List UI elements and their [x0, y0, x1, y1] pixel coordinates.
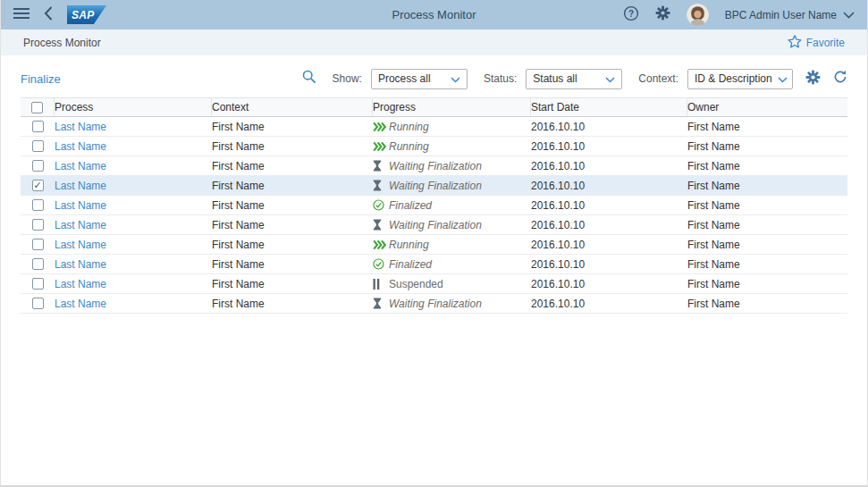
start-date-cell: 2016.10.10	[531, 294, 687, 313]
table-row[interactable]: Last Name First Name Running 2016.10.10 …	[21, 117, 847, 137]
progress-cell: Running	[373, 235, 531, 254]
favorite-label: Favorite	[806, 37, 845, 49]
row-checkbox[interactable]	[32, 199, 44, 211]
row-checkbox[interactable]	[32, 140, 44, 152]
page-title: Process Monitor	[392, 8, 476, 21]
table-settings-button[interactable]	[805, 70, 821, 88]
column-header-owner[interactable]: Owner	[687, 98, 847, 116]
process-link[interactable]: Last Name	[55, 219, 106, 231]
suspended-icon	[373, 279, 389, 290]
progress-cell: Waiting Finalization	[373, 215, 531, 234]
progress-cell: Finalized	[373, 196, 531, 214]
progress-cell: Finalized	[373, 255, 531, 273]
show-select[interactable]: Process all	[371, 69, 468, 89]
owner-cell: First Name	[687, 156, 847, 175]
context-cell: First Name	[212, 294, 373, 313]
start-date-cell: 2016.10.10	[531, 235, 687, 254]
breadcrumb: Process Monitor	[23, 37, 101, 49]
row-checkbox[interactable]	[32, 258, 44, 270]
menu-button[interactable]	[13, 7, 29, 23]
favorite-button[interactable]: Favorite	[788, 35, 845, 51]
context-cell: First Name	[212, 137, 373, 155]
row-checkbox[interactable]	[32, 160, 44, 172]
context-cell: First Name	[212, 176, 373, 195]
table-row[interactable]: Last Name First Name Running 2016.10.10 …	[21, 137, 847, 156]
status-select[interactable]: Status all	[526, 69, 622, 89]
table-row[interactable]: Last Name First Name Waiting Finalizatio…	[21, 156, 847, 176]
select-all-checkbox[interactable]	[31, 102, 43, 113]
status-label: Status:	[484, 72, 517, 85]
table-row[interactable]: Last Name First Name Running 2016.10.10 …	[21, 235, 847, 255]
search-button[interactable]	[302, 70, 316, 88]
process-link[interactable]: Last Name	[55, 258, 106, 271]
waiting-icon	[373, 180, 389, 191]
column-header-process[interactable]: Process	[55, 98, 212, 116]
row-checkbox[interactable]	[32, 239, 44, 250]
finalize-button[interactable]: Finalize	[21, 72, 61, 86]
process-link[interactable]: Last Name	[55, 239, 106, 251]
start-date-cell: 2016.10.10	[531, 137, 687, 155]
toolbar-filters: Show: Process all Status: Status all Con…	[299, 69, 847, 89]
table-row[interactable]: Last Name First Name Waiting Finalizatio…	[21, 215, 847, 235]
owner-cell: First Name	[687, 255, 847, 273]
row-checkbox[interactable]	[32, 278, 44, 290]
row-checkbox[interactable]	[32, 121, 44, 132]
start-date-cell: 2016.10.10	[531, 117, 687, 136]
running-icon	[373, 141, 389, 152]
process-link[interactable]: Last Name	[55, 278, 106, 290]
chevron-down-icon	[605, 71, 615, 87]
chevron-down-icon	[778, 71, 788, 87]
table-header-row: Process Context Progress Start Date Owne…	[21, 97, 847, 117]
column-header-progress[interactable]: Progress	[373, 98, 531, 116]
progress-cell: Waiting Finalization	[373, 156, 531, 175]
show-label: Show:	[333, 72, 362, 85]
owner-cell: First Name	[687, 196, 847, 214]
table-toolbar: Finalize Show: Process all Status: Statu…	[1, 68, 867, 89]
refresh-icon	[833, 70, 847, 88]
progress-cell: Running	[373, 117, 531, 136]
sap-logo[interactable]: SAP	[67, 5, 106, 24]
page-subheader: Process Monitor Favorite	[1, 29, 867, 55]
row-checkbox[interactable]	[32, 298, 44, 309]
finalized-icon	[373, 258, 389, 270]
context-cell: First Name	[212, 196, 373, 214]
table-body: Last Name First Name Running 2016.10.10 …	[21, 117, 847, 314]
process-link[interactable]: Last Name	[55, 140, 106, 153]
process-link[interactable]: Last Name	[55, 298, 106, 310]
row-checkbox[interactable]: ✓	[32, 180, 44, 191]
shell-header: SAP Process Monitor ? BPC Admin User Nam…	[1, 0, 867, 29]
process-link[interactable]: Last Name	[55, 121, 106, 133]
owner-cell: First Name	[687, 137, 847, 155]
user-avatar[interactable]	[687, 4, 709, 26]
owner-cell: First Name	[687, 294, 847, 313]
progress-cell: Waiting Finalization	[373, 294, 531, 313]
table-row[interactable]: Last Name First Name Finalized 2016.10.1…	[21, 255, 847, 274]
context-select[interactable]: ID & Description	[687, 69, 793, 89]
settings-button[interactable]	[655, 5, 670, 24]
status-text: Waiting Finalization	[389, 160, 482, 172]
refresh-button[interactable]	[833, 70, 847, 88]
star-icon	[788, 35, 802, 51]
table-row[interactable]: Last Name First Name Finalized 2016.10.1…	[21, 196, 847, 215]
owner-cell: First Name	[687, 176, 847, 195]
help-button[interactable]: ?	[623, 5, 639, 25]
context-cell: First Name	[212, 255, 373, 273]
waiting-icon	[373, 298, 389, 309]
row-checkbox[interactable]	[32, 219, 44, 231]
process-link[interactable]: Last Name	[55, 199, 106, 212]
start-date-cell: 2016.10.10	[531, 215, 687, 234]
waiting-icon	[373, 160, 389, 172]
table-row[interactable]: Last Name First Name Waiting Finalizatio…	[21, 294, 847, 314]
status-text: Running	[389, 140, 429, 153]
column-header-start-date[interactable]: Start Date	[531, 98, 687, 116]
table-row[interactable]: Last Name First Name Suspended 2016.10.1…	[21, 274, 847, 294]
process-table: Process Context Progress Start Date Owne…	[21, 97, 847, 314]
column-header-context[interactable]: Context	[212, 98, 373, 116]
table-row[interactable]: ✓ Last Name First Name Waiting Finalizat…	[21, 176, 847, 196]
user-menu[interactable]: BPC Admin User Name	[725, 9, 855, 21]
process-link[interactable]: Last Name	[55, 160, 106, 172]
chevron-left-icon	[44, 6, 53, 24]
process-link[interactable]: Last Name	[55, 180, 106, 192]
svg-text:?: ?	[628, 8, 634, 18]
back-button[interactable]	[44, 6, 53, 24]
